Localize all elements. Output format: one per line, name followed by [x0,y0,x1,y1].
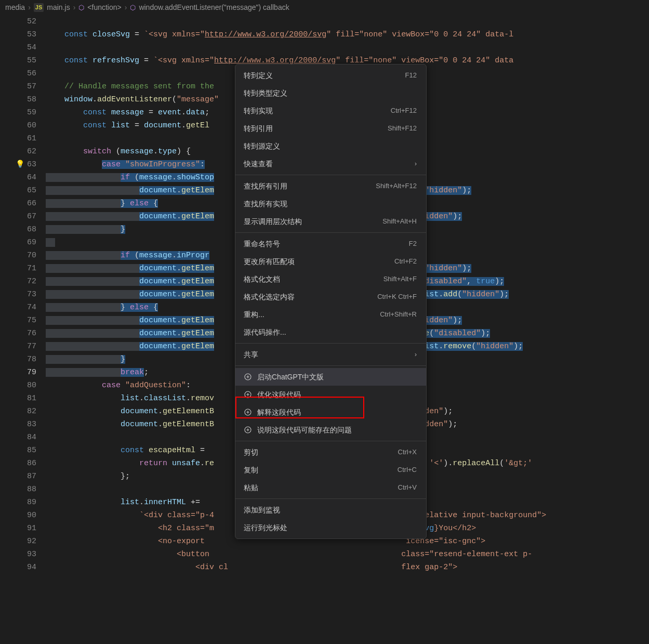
menu-goto-definition[interactable]: 转到定义F12 [235,67,426,84]
menu-separator [235,175,426,175]
menu-source-action[interactable]: 源代码操作... [235,323,426,341]
menu-share[interactable]: 共享› [235,346,426,363]
breadcrumb[interactable]: media › JS main.js › ⬡ <function> › ⬡ wi… [0,0,649,15]
chevron-right-icon: › [415,350,417,359]
menu-run-to-cursor[interactable]: 运行到光标处 [235,519,426,536]
chevron-right-icon: › [28,2,31,13]
symbol-cube-icon: ⬡ [130,3,136,13]
menu-rename[interactable]: 重命名符号F2 [235,235,426,253]
menu-copy[interactable]: 复制Ctrl+C [235,461,426,479]
chatgpt-icon [244,373,252,381]
menu-chatgpt-explain[interactable]: 解释这段代码 [235,403,426,421]
breadcrumb-folder[interactable]: media [5,2,25,13]
menu-chatgpt-start[interactable]: 启动ChatGPT中文版 [235,368,426,386]
menu-chatgpt-issues[interactable]: 说明这段代码可能存在的问题 [235,421,426,439]
breadcrumb-symbol[interactable]: window.addEventListener("message") callb… [139,2,289,13]
menu-peek[interactable]: 快速查看› [235,155,426,173]
menu-chatgpt-optimize[interactable]: 优化这段代码 [235,386,426,403]
menu-separator [235,232,426,233]
context-menu: 转到定义F12 转到类型定义 转到实现Ctrl+F12 转到引用Shift+F1… [235,64,427,539]
chevron-right-icon: › [73,2,76,13]
menu-change-all[interactable]: 更改所有匹配项Ctrl+F2 [235,253,426,270]
chevron-right-icon: › [415,159,417,168]
line-number-gutter: 5253545556575859606162636465666768697071… [0,15,46,574]
menu-goto-source-def[interactable]: 转到源定义 [235,137,426,155]
menu-find-all-impl[interactable]: 查找所有实现 [235,195,426,213]
breadcrumb-file[interactable]: main.js [47,2,70,13]
menu-separator [235,498,426,499]
menu-paste[interactable]: 粘贴Ctrl+V [235,479,426,496]
menu-find-all-refs[interactable]: 查找所有引用Shift+Alt+F12 [235,177,426,195]
menu-goto-impl[interactable]: 转到实现Ctrl+F12 [235,102,426,120]
menu-refactor[interactable]: 重构...Ctrl+Shift+R [235,306,426,323]
menu-add-watch[interactable]: 添加到监视 [235,501,426,519]
menu-goto-refs[interactable]: 转到引用Shift+F12 [235,120,426,137]
menu-call-hierarchy[interactable]: 显示调用层次结构Shift+Alt+H [235,213,426,230]
menu-separator [235,441,426,441]
chatgpt-icon [244,408,252,416]
breadcrumb-symbol[interactable]: <function> [87,2,121,13]
chevron-right-icon: › [125,2,127,13]
menu-separator [235,365,426,366]
menu-format-selection[interactable]: 格式化选定内容Ctrl+K Ctrl+F [235,288,426,306]
menu-format-doc[interactable]: 格式化文档Shift+Alt+F [235,270,426,288]
menu-separator [235,343,426,344]
chatgpt-icon [244,390,252,399]
symbol-cube-icon: ⬡ [78,3,84,13]
menu-goto-type-def[interactable]: 转到类型定义 [235,84,426,102]
lightbulb-icon[interactable]: 💡 [16,158,24,171]
menu-cut[interactable]: 剪切Ctrl+X [235,443,426,461]
chatgpt-icon [244,426,252,434]
js-file-icon: JS [34,3,44,12]
